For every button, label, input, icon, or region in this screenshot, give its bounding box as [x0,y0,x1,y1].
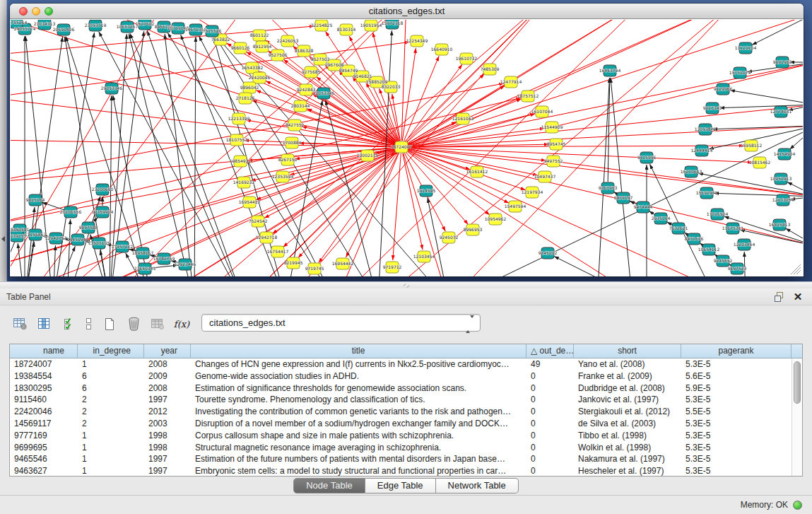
column-header-name[interactable]: name [10,344,78,358]
graph-node-label: 11121104 [735,45,757,50]
table-row[interactable]: 911546021997Tourette syndrome. Phenomeno… [10,394,792,406]
network-view-window[interactable]: citations_edges.txt 18724007860112289129… [10,4,804,276]
graph-edge[interactable] [336,20,647,276]
graph-edge[interactable] [346,153,398,257]
graph-node-label: 9497552 [544,158,563,163]
close-icon[interactable]: ✕ [792,289,804,305]
table-cell: 14569117 [10,418,78,430]
table-row[interactable]: 946554611997Estimation of the future num… [10,453,792,465]
canvas-resize-grip-icon[interactable] [791,264,801,274]
graph-edge[interactable] [407,151,647,276]
memory-status-label: Memory: OK [741,496,788,514]
table-row[interactable]: 946362711997Embryonic stem cells: a mode… [10,465,792,476]
table-row[interactable]: 1830029562008Estimation of significance … [10,382,792,395]
table-cell: 5.3E-5 [681,430,792,442]
table-cell: 2008 [144,382,191,395]
graph-edge[interactable] [752,20,803,45]
graph-node-label: 23002175 [357,153,379,158]
table-cell: 2008 [144,358,191,370]
scrollbar-thumb[interactable] [794,361,801,404]
graph-edge[interactable] [404,56,439,141]
delete-icon[interactable] [123,313,144,335]
graph-edge[interactable] [730,90,803,105]
graph-edge[interactable] [319,152,398,263]
select-columns-icon[interactable] [34,313,55,335]
graph-edge[interactable] [67,219,71,276]
graph-node-label: 9245072 [440,235,459,240]
column-header-pagerank[interactable]: pagerank [681,344,792,358]
table-panel-header: Table Panel ✕ [0,288,812,305]
column-header-year[interactable]: year [144,344,191,358]
graph-node-label: 11544909 [541,124,563,129]
table-row[interactable]: 1872400712008Changes of HCN gene express… [10,358,792,370]
graph-edge[interactable] [53,246,75,276]
table-header-row: namein_degreeyeartitle△ out_de…shortpage… [10,344,802,358]
graph-node-label: 9527503 [311,57,330,62]
panel-expand-handle-icon[interactable] [1,236,5,242]
graph-node-label: 24055724 [14,26,36,31]
graph-edge[interactable] [744,252,746,276]
table-row[interactable]: 1938455462009Genome-wide association stu… [10,370,792,382]
table-row[interactable]: 2242004622012Investigating the contribut… [10,406,792,418]
tab-edge-table[interactable]: Edge Table [365,478,436,493]
node-table: namein_degreeyeartitle△ out_de…shortpage… [9,344,803,477]
graph-node-label: 12444414 [691,148,713,153]
graph-edge[interactable] [67,150,396,276]
table-vertical-scrollbar[interactable] [792,358,802,476]
divider-resize-icon[interactable] [403,283,410,288]
graph-node-label: 8130314 [337,27,356,32]
table-cell: 5.3E-5 [681,465,792,476]
graph-edge[interactable] [558,62,803,126]
table-cell: Dudbridge et al. (2008) [574,382,681,395]
graph-node-label: 12774031 [770,109,792,114]
select-all-checks-icon[interactable] [58,313,79,335]
graph-node-label: 15497594 [505,204,526,209]
table-settings-icon[interactable] [10,313,31,335]
column-header-out-de-[interactable]: △ out_de… [526,344,574,358]
graph-node-label: 15972318 [382,21,404,25]
column-header-short[interactable]: short [574,344,681,358]
graph-edge[interactable] [408,148,546,160]
graph-edge[interactable] [165,34,194,276]
graph-edge[interactable] [53,245,56,276]
tab-network-table[interactable]: Network Table [436,478,519,493]
clear-checks-icon[interactable] [82,313,96,335]
float-window-icon[interactable] [774,291,785,303]
window-titlebar[interactable]: citations_edges.txt [10,4,804,19]
graph-edge[interactable] [393,153,401,260]
table-row[interactable]: 1456911722003Disruption of a novel membe… [10,418,792,430]
table-body: 1872400712008Changes of HCN gene express… [10,358,792,476]
graph-node-label: 12161043 [452,116,474,121]
table-cell: 5.3E-5 [681,453,792,465]
table-cell: Tourette syndrome. Phenomenology and cla… [191,394,526,406]
graph-edge[interactable] [560,162,803,197]
function-icon[interactable]: f(x) [171,313,192,335]
graph-edge[interactable] [194,20,548,276]
table-cell: Investigating the contribution of common… [191,406,526,418]
tab-node-table[interactable]: Node Table [293,478,365,493]
graph-edge[interactable] [53,20,406,276]
graph-node-label: 19854932 [230,158,252,163]
combo-stepper-icon[interactable] [466,318,474,331]
table-cell: Hescheler et al. (1997) [574,465,681,476]
graph-node-label: 9896042 [240,85,259,90]
panel-divider[interactable] [0,281,812,288]
column-header-title[interactable]: title [191,344,526,358]
graph-edge[interactable] [130,33,244,276]
table-row[interactable]: 977716911998Corpus callosum shape and si… [10,430,792,442]
window-title: citations_edges.txt [10,4,804,19]
new-file-icon[interactable] [99,313,120,335]
table-source-select[interactable]: citations_edges.txt [201,314,481,332]
graph-node-label: 8471676 [685,236,704,241]
column-header-in-degree[interactable]: in_degree [78,344,144,358]
status-bar: Memory: OK [0,495,812,514]
table-cell: 5.6E-5 [681,370,792,382]
graph-node-label: 15958112 [741,143,763,148]
table-row[interactable]: 969969511998Structural magnetic resonanc… [10,442,792,454]
collapsed-control-panel[interactable] [0,0,7,281]
network-canvas[interactable]: 1872400786011228912954224260539527506165… [11,20,803,276]
graph-edge[interactable] [11,20,395,145]
graph-node-label: 9146821 [353,74,372,78]
graph-edge[interactable] [194,37,196,276]
table-cell: Disruption of a novel member of a sodium… [191,418,526,430]
